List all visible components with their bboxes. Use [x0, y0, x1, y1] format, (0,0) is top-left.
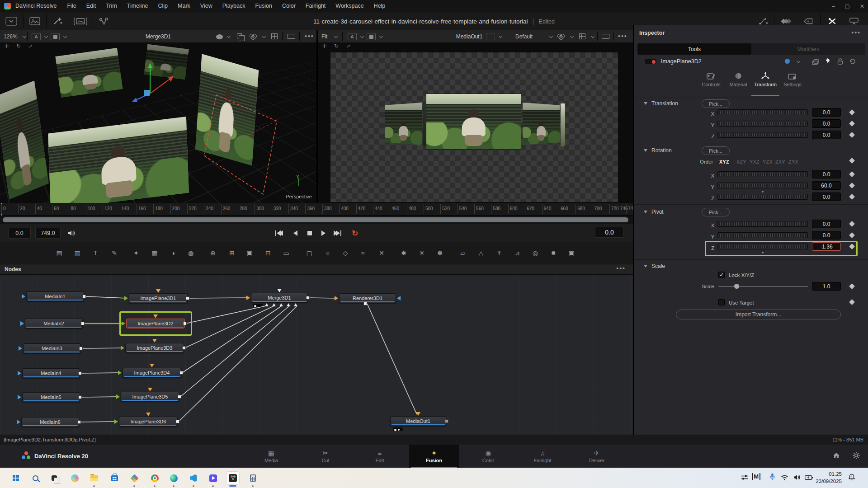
- clips-button[interactable]: [71, 16, 90, 27]
- node-imageplane3d5[interactable]: ImagePlane3D5: [121, 392, 179, 402]
- subtab-material[interactable]: Material: [725, 70, 751, 94]
- taskbar-file-explorer-icon[interactable]: [87, 471, 101, 485]
- node-output[interactable]: [182, 346, 186, 350]
- color-corrector-tool-icon[interactable]: ✦: [130, 248, 142, 258]
- pivot-y-value[interactable]: 0.0: [812, 231, 841, 239]
- section-translation[interactable]: Translation: [644, 100, 678, 107]
- collapse-icon[interactable]: [644, 211, 647, 213]
- keyframe-diamond[interactable]: [849, 109, 855, 115]
- renderer-3d-tool-icon[interactable]: ▣: [566, 248, 577, 258]
- node-input-blue[interactable]: [18, 371, 21, 375]
- left-viewer-zoom[interactable]: 126%: [4, 33, 18, 40]
- node-mediain4[interactable]: MediaIn4: [22, 368, 80, 378]
- menu-app[interactable]: DaVinci Resolve: [15, 3, 62, 9]
- rotation-z-value[interactable]: 0.0: [812, 192, 841, 201]
- tray-expand-icon[interactable]: [734, 474, 734, 482]
- node-output[interactable]: [81, 322, 85, 325]
- menu-trim[interactable]: Trim: [101, 3, 122, 9]
- page-tab-deliver[interactable]: ✈Deliver: [572, 445, 622, 468]
- particle-merge-tool-icon[interactable]: ✳: [416, 248, 428, 258]
- rectangle-mask-tool-icon[interactable]: ▢: [303, 248, 315, 258]
- hue-curves-tool-icon[interactable]: ◑: [167, 248, 179, 258]
- goto-end-button[interactable]: [332, 229, 344, 238]
- text-plus-tool-icon[interactable]: T: [90, 248, 101, 258]
- tray-mic-icon[interactable]: [770, 473, 775, 482]
- image-plane-3d-tool-icon[interactable]: ▱: [457, 248, 469, 258]
- split-view-icon[interactable]: [271, 33, 278, 39]
- text-3d-tool-icon[interactable]: Ŧ: [493, 248, 505, 258]
- fullscreen-rect-icon[interactable]: [602, 34, 609, 39]
- tray-m-app-icon[interactable]: M: [752, 473, 760, 480]
- node-imageplane3d2[interactable]: ImagePlane3D2: [126, 319, 185, 328]
- order-xyz[interactable]: XYZ: [719, 159, 729, 164]
- chevron-down-icon[interactable]: [44, 34, 48, 38]
- node-canvas[interactable]: MediaIn1MediaIn2MediaIn3MediaIn4MediaIn5…: [0, 275, 633, 435]
- scale-icon[interactable]: ↗: [28, 43, 33, 52]
- chevron-down-icon[interactable]: [63, 34, 67, 38]
- node-mediain6[interactable]: MediaIn6: [21, 417, 79, 427]
- keyframe-diamond[interactable]: [849, 158, 855, 164]
- subtab-transform[interactable]: Transform: [752, 70, 778, 94]
- node-image-input[interactable]: [116, 394, 120, 399]
- tray-clock[interactable]: 01.25 23/09/2025: [816, 470, 842, 485]
- taskbar-edge-icon[interactable]: [167, 471, 180, 485]
- right-2d-viewport[interactable]: ✛ ↻ ↗: [318, 43, 633, 203]
- crop-tool-icon[interactable]: ⊡: [262, 248, 274, 258]
- order-zxy[interactable]: ZXY: [775, 159, 785, 164]
- order-yzx[interactable]: YZX: [763, 159, 773, 164]
- rotation-x-value[interactable]: 0.0: [812, 170, 841, 178]
- menu-view[interactable]: View: [195, 3, 217, 9]
- blur-tool-icon[interactable]: ◍: [185, 248, 197, 258]
- keyframe-diamond[interactable]: [849, 194, 855, 200]
- collapse-icon[interactable]: [644, 149, 647, 152]
- proxy-dash-icon[interactable]: [486, 33, 495, 40]
- node-imageplane3d3[interactable]: ImagePlane3D3: [125, 343, 184, 353]
- node-tree-button[interactable]: [96, 16, 112, 27]
- keyframe-diamond[interactable]: [849, 132, 855, 138]
- node-image-input[interactable]: [122, 321, 125, 326]
- rotate-icon[interactable]: ↻: [16, 43, 21, 52]
- node-output[interactable]: [179, 371, 183, 375]
- particle-render-tool-icon[interactable]: ✽: [434, 248, 446, 258]
- pivot-pick-button[interactable]: Pick...: [702, 208, 730, 216]
- node-material-input[interactable]: [148, 388, 152, 391]
- node-output-bottom[interactable]: [363, 302, 367, 305]
- chevron-down-icon[interactable]: [23, 34, 26, 38]
- color-controls-icon[interactable]: [557, 34, 566, 39]
- delta-keyer-tool-icon[interactable]: ✕: [376, 248, 387, 258]
- node-material-input[interactable]: [152, 339, 157, 343]
- taskbar-search-icon[interactable]: [28, 471, 42, 485]
- scale-value[interactable]: 1.0: [812, 282, 841, 291]
- keyframe-diamond[interactable]: [849, 232, 855, 238]
- page-tab-color[interactable]: ◉Color: [463, 445, 513, 468]
- menu-fusion[interactable]: Fusion: [250, 3, 277, 9]
- current-frame-display[interactable]: 0.0: [595, 227, 624, 238]
- menu-fairlight[interactable]: Fairlight: [301, 3, 330, 9]
- node-input-blue[interactable]: [22, 294, 25, 299]
- menu-timeline[interactable]: Timeline: [122, 3, 153, 9]
- node-color-dot[interactable]: [785, 59, 790, 64]
- pivot-x-slider[interactable]: [717, 221, 808, 227]
- range-start-field[interactable]: 0.0: [8, 228, 31, 239]
- timeline-scrollbar[interactable]: [3, 217, 628, 222]
- menu-workspace[interactable]: Workspace: [330, 3, 368, 9]
- taskbar-start-icon[interactable]: [9, 471, 23, 485]
- page-tab-fairlight[interactable]: ♫Fairlight: [518, 445, 567, 468]
- chevron-down-icon[interactable]: [591, 34, 594, 38]
- rotation-y-value[interactable]: 60.0: [812, 181, 841, 190]
- keyframe-diamond[interactable]: [849, 171, 855, 177]
- order-zyx[interactable]: ZYX: [788, 159, 798, 164]
- roi-oval-icon[interactable]: [216, 34, 223, 39]
- node-imageplane3d1[interactable]: ImagePlane3D1: [129, 293, 188, 303]
- chevron-down-icon[interactable]: [549, 34, 553, 38]
- node-input-blue[interactable]: [17, 420, 20, 424]
- node-output[interactable]: [183, 322, 187, 325]
- merge-tool-icon[interactable]: ⊕: [207, 248, 219, 258]
- settings-gear-icon[interactable]: [853, 452, 860, 459]
- lut-selector[interactable]: Default: [515, 33, 533, 40]
- viewer-divider[interactable]: [316, 30, 318, 203]
- tray-battery-icon[interactable]: [805, 474, 814, 482]
- step-back-button[interactable]: [289, 229, 301, 238]
- node-input-blue[interactable]: [20, 321, 24, 326]
- section-pivot[interactable]: Pivot: [644, 209, 664, 215]
